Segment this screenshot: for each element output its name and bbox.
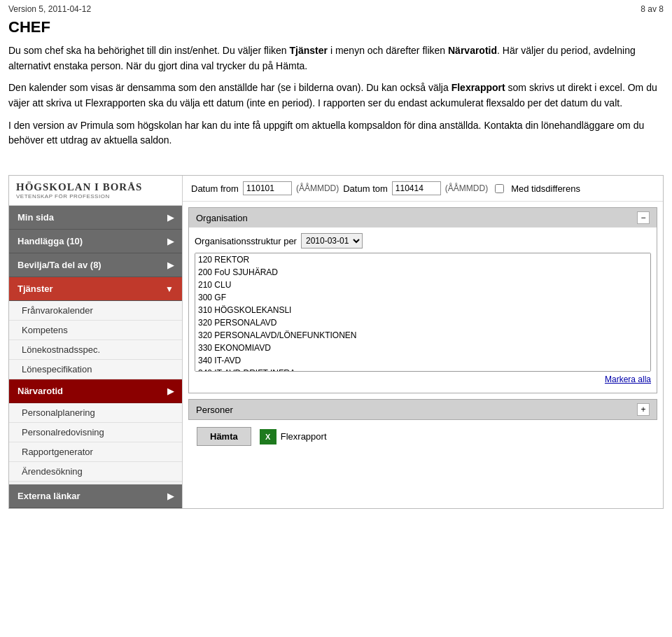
date-to-label: Datum tom xyxy=(343,183,388,194)
action-row: Hämta X Flexrapport xyxy=(183,420,663,453)
sidebar-minsida-label: Min sida xyxy=(18,212,54,223)
sidebar-item-personalplanering[interactable]: Personalplanering xyxy=(9,403,182,423)
sidebar-bevilja-arrow: ▶ xyxy=(167,260,174,270)
bold-tjanster: Tjänster xyxy=(290,45,328,56)
ui-section: HÖGSKOLAN I BORÅS VETENSKAP FÖR PROFESSI… xyxy=(8,175,664,509)
list-item: 300 GF xyxy=(195,291,650,304)
sidebar-item-personalredovisning[interactable]: Personalredovisning xyxy=(9,423,182,442)
sidebar-handlagga-label: Handlägga (10) xyxy=(18,236,83,246)
persons-section: Personer + xyxy=(188,399,657,420)
org-content: Organisationsstruktur per 2010-03-01 120… xyxy=(189,227,657,393)
logo-sub: VETENSKAP FÖR PROFESSION xyxy=(16,193,175,200)
top-bar: Version 5, 2011-04-12 8 av 8 xyxy=(0,0,672,15)
sidebar-handlagga-arrow: ▶ xyxy=(167,237,174,246)
sidebar-btn-narvarotid[interactable]: Närvarotid ▶ xyxy=(9,379,182,403)
paragraph-1: Du som chef ska ha behörighet till din i… xyxy=(8,43,664,74)
sidebar-btn-handlagga[interactable]: Handlägga (10) ▶ xyxy=(9,230,182,253)
bold-flexrapport: Flexrapport xyxy=(451,82,505,93)
organisation-section: Organisation − Organisationsstruktur per… xyxy=(188,207,657,393)
markera-alla-link[interactable]: Markera alla xyxy=(605,374,651,384)
flexrapport-label: Flexrapport xyxy=(281,431,327,442)
hamta-button[interactable]: Hämta xyxy=(197,427,251,446)
persons-label: Personer xyxy=(196,405,233,415)
sidebar-btn-externa[interactable]: Externa länkar ▶ xyxy=(9,484,182,508)
list-item: 330 EKONOMIAVD xyxy=(195,342,650,354)
list-item: 340 IT-AVD DRIFT INFRA xyxy=(195,367,650,372)
organisation-collapse-btn[interactable]: − xyxy=(637,211,650,224)
org-listbox[interactable]: 120 REKTOR 200 FoU SJUHÄRAD 210 CLU 300 … xyxy=(195,253,651,372)
sidebar-btn-minsida[interactable]: Min sida ▶ xyxy=(9,206,182,230)
sidebar: HÖGSKOLAN I BORÅS VETENSKAP FÖR PROFESSI… xyxy=(9,176,183,508)
date-from-input[interactable] xyxy=(243,181,292,195)
paragraph-2: Den kalender som visas är densamma som d… xyxy=(8,80,664,111)
list-item: 320 PERSONALAVD/LÖNEFUNKTIONEN xyxy=(195,329,650,342)
markera-alla-row: Markera alla xyxy=(195,372,651,387)
sidebar-item-rapportgenerator[interactable]: Rapportgenerator xyxy=(9,442,182,462)
list-item: 120 REKTOR xyxy=(195,253,650,266)
sidebar-logo: HÖGSKOLAN I BORÅS VETENSKAP FÖR PROFESSI… xyxy=(9,176,182,206)
organisation-header: Organisation − xyxy=(189,208,657,227)
paragraph-3: I den version av Primula som högskolan h… xyxy=(8,118,664,148)
list-item: 340 IT-AVD xyxy=(195,354,650,367)
date-to-hint: (ÅÅMMDD) xyxy=(445,183,488,193)
sidebar-item-kompetens[interactable]: Kompetens xyxy=(9,321,182,340)
main-panel: Datum from (ÅÅMMDD) Datum tom (ÅÅMMDD) M… xyxy=(183,176,663,508)
list-item: 210 CLU xyxy=(195,279,650,291)
persons-expand-btn[interactable]: + xyxy=(637,403,650,416)
flexrapport-button[interactable]: X Flexrapport xyxy=(260,429,327,444)
sidebar-item-arendesokning[interactable]: Ärendesökning xyxy=(9,462,182,482)
date-from-label: Datum from xyxy=(191,183,239,194)
sidebar-tjanster-label: Tjänster xyxy=(18,284,53,294)
sidebar-tjanster-arrow: ▼ xyxy=(165,284,174,294)
sidebar-externa-arrow: ▶ xyxy=(167,491,174,501)
bold-narvarotid: Närvarotid xyxy=(448,45,497,56)
org-struct-row: Organisationsstruktur per 2010-03-01 xyxy=(195,233,651,248)
sidebar-btn-bevilja[interactable]: Bevilja/Ta del av (8) ▶ xyxy=(9,253,182,277)
sidebar-narvarotid-label: Närvarotid xyxy=(18,386,63,396)
date-row: Datum from (ÅÅMMDD) Datum tom (ÅÅMMDD) M… xyxy=(183,176,663,202)
page-info: 8 av 8 xyxy=(640,4,664,14)
date-from-hint: (ÅÅMMDD) xyxy=(296,183,339,193)
sidebar-item-franvarokalender[interactable]: Frånvarokalender xyxy=(9,301,182,321)
date-to-input[interactable] xyxy=(392,181,441,195)
sidebar-btn-tjanster[interactable]: Tjänster ▼ xyxy=(9,277,182,301)
content-area: Du som chef ska ha behörighet till din i… xyxy=(0,43,672,162)
version-label: Version 5, 2011-04-12 xyxy=(8,4,91,14)
tidsdiff-label: Med tidsdifferens xyxy=(511,183,580,194)
list-item: 200 FoU SJUHÄRAD xyxy=(195,266,650,279)
sidebar-externa-label: Externa länkar xyxy=(18,491,80,501)
organisation-label: Organisation xyxy=(196,213,248,223)
list-item: 310 HÖGSKOLEKANSLI xyxy=(195,304,650,316)
sidebar-item-lonespecifikation[interactable]: Lönespecifikation xyxy=(9,360,182,379)
sidebar-minsida-arrow: ▶ xyxy=(167,213,174,223)
excel-icon: X xyxy=(260,429,276,444)
sidebar-item-lonekostnadsspec[interactable]: Lönekostnadsspec. xyxy=(9,340,182,360)
org-struct-label: Organisationsstruktur per xyxy=(195,236,297,246)
org-date-select[interactable]: 2010-03-01 xyxy=(301,233,363,248)
list-item: 320 PERSONALAVD xyxy=(195,316,650,329)
sidebar-bevilja-label: Bevilja/Ta del av (8) xyxy=(18,260,102,270)
sidebar-narvarotid-arrow: ▶ xyxy=(167,386,174,396)
tidsdiff-checkbox[interactable] xyxy=(495,184,504,193)
page-heading: CHEF xyxy=(0,15,672,43)
logo-main: HÖGSKOLAN I BORÅS xyxy=(16,181,175,193)
